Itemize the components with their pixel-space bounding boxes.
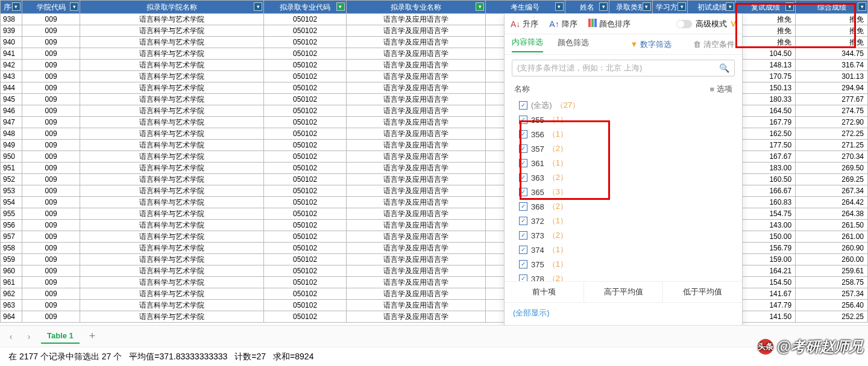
- col-header-retest-score[interactable]: 复试成绩▾: [736, 1, 796, 14]
- cell[interactable]: 269.50: [796, 163, 868, 174]
- cell[interactable]: 009: [22, 151, 80, 163]
- filter-icon[interactable]: ▾: [726, 2, 734, 11]
- cell[interactable]: 952: [1, 174, 22, 185]
- cell[interactable]: 009: [22, 14, 80, 25]
- cell[interactable]: 050102: [264, 82, 347, 94]
- cell[interactable]: 252.25: [796, 311, 868, 323]
- above-avg-button[interactable]: 高于平均值: [584, 282, 664, 302]
- filter-icon[interactable]: ▾: [858, 2, 866, 11]
- cell[interactable]: 语言学及应用语言学: [346, 300, 485, 311]
- cell[interactable]: 009: [22, 185, 80, 197]
- cell[interactable]: 344.75: [796, 48, 868, 60]
- cell[interactable]: 推免: [796, 14, 868, 25]
- cell[interactable]: 语言科学与艺术学院: [80, 220, 264, 231]
- cell[interactable]: 946: [1, 105, 22, 117]
- cell[interactable]: 941: [1, 48, 22, 60]
- cell[interactable]: 949: [1, 140, 22, 151]
- cell[interactable]: 270.34: [796, 151, 868, 163]
- cell[interactable]: 语言学及应用语言学: [346, 265, 485, 277]
- cell[interactable]: 009: [22, 117, 80, 128]
- cell[interactable]: 150.00: [736, 231, 796, 243]
- cell[interactable]: 推免: [796, 37, 868, 48]
- cell[interactable]: 148.13: [736, 60, 796, 71]
- cell[interactable]: 166.67: [736, 185, 796, 197]
- filter-search-input[interactable]: (支持多条件过滤，例如：北京 上海) 🔍: [512, 60, 735, 76]
- cell[interactable]: 语言科学与艺术学院: [80, 163, 264, 174]
- filter-value-item[interactable]: ✓374（1）: [519, 243, 742, 257]
- cell[interactable]: 183.00: [736, 163, 796, 174]
- filter-value-item[interactable]: ✓378（2）: [519, 271, 742, 281]
- cell[interactable]: 语言学及应用语言学: [346, 37, 485, 48]
- cell[interactable]: 264.38: [796, 208, 868, 220]
- filter-icon[interactable]: ▾: [70, 2, 78, 11]
- cell[interactable]: 164.50: [736, 105, 796, 117]
- cell[interactable]: 050102: [264, 277, 347, 288]
- cell[interactable]: 294.94: [796, 82, 868, 94]
- cell[interactable]: 955: [1, 208, 22, 220]
- cell[interactable]: 943: [1, 71, 22, 82]
- cell[interactable]: 104.50: [736, 48, 796, 60]
- cell[interactable]: 009: [22, 311, 80, 323]
- checkbox-icon[interactable]: ✓: [519, 188, 527, 196]
- cell[interactable]: 009: [22, 220, 80, 231]
- cell[interactable]: 推免: [736, 25, 796, 37]
- cell[interactable]: 177.50: [736, 140, 796, 151]
- checkbox-icon[interactable]: ✓: [519, 159, 527, 167]
- cell[interactable]: 050102: [264, 243, 347, 254]
- cell[interactable]: 050102: [264, 151, 347, 163]
- tab-nav-next[interactable]: ›: [23, 332, 35, 341]
- cell[interactable]: 167.79: [736, 117, 796, 128]
- cell[interactable]: 语言科学与艺术学院: [80, 105, 264, 117]
- filter-value-item[interactable]: ✓357（2）: [519, 141, 742, 156]
- cell[interactable]: 009: [22, 94, 80, 105]
- col-header-composite-score[interactable]: 综合成绩▾: [796, 1, 868, 14]
- cell[interactable]: 009: [22, 71, 80, 82]
- filter-value-item[interactable]: ✓372（1）: [519, 214, 742, 228]
- cell[interactable]: 944: [1, 82, 22, 94]
- cell[interactable]: 050102: [264, 197, 347, 208]
- filter-value-item[interactable]: ✓375（1）: [519, 257, 742, 271]
- col-header-admission-type[interactable]: 录取类别▾: [609, 1, 652, 14]
- col-header-name[interactable]: 姓名▾: [565, 1, 609, 14]
- cell[interactable]: 959: [1, 254, 22, 265]
- cell[interactable]: 语言学及应用语言学: [346, 105, 485, 117]
- cell[interactable]: 语言科学与艺术学院: [80, 197, 264, 208]
- cell[interactable]: 推免: [796, 25, 868, 37]
- cell[interactable]: 语言学及应用语言学: [346, 60, 485, 71]
- filter-value-item[interactable]: ✓355（1）: [519, 113, 742, 127]
- cell[interactable]: 009: [22, 128, 80, 140]
- col-header-seq[interactable]: 序号▾: [1, 1, 22, 14]
- cell[interactable]: 009: [22, 197, 80, 208]
- filter-icon[interactable]: ▾: [476, 2, 484, 11]
- cell[interactable]: 语言科学与艺术学院: [80, 311, 264, 323]
- cell[interactable]: 143.00: [736, 220, 796, 231]
- advanced-mode-toggle[interactable]: [676, 20, 692, 28]
- cell[interactable]: 170.75: [736, 71, 796, 82]
- cell[interactable]: 语言学及应用语言学: [346, 14, 485, 25]
- cell[interactable]: 语言科学与艺术学院: [80, 25, 264, 37]
- cell[interactable]: 961: [1, 277, 22, 288]
- sheet-tab[interactable]: Table 1: [41, 329, 80, 344]
- cell[interactable]: 语言科学与艺术学院: [80, 151, 264, 163]
- add-sheet-button[interactable]: +: [86, 330, 99, 343]
- cell[interactable]: 语言学及应用语言学: [346, 243, 485, 254]
- cell[interactable]: 050102: [264, 140, 347, 151]
- show-all-link[interactable]: (全部显示): [505, 303, 742, 323]
- cell[interactable]: 推免: [736, 14, 796, 25]
- cell[interactable]: 147.79: [736, 300, 796, 311]
- filter-value-item[interactable]: ✓373（2）: [519, 228, 742, 243]
- cell[interactable]: 语言科学与艺术学院: [80, 140, 264, 151]
- checkbox-icon[interactable]: ✓: [519, 130, 527, 138]
- cell[interactable]: 960: [1, 265, 22, 277]
- cell[interactable]: 050102: [264, 288, 347, 300]
- cell[interactable]: 语言学及应用语言学: [346, 185, 485, 197]
- cell[interactable]: 009: [22, 48, 80, 60]
- cell[interactable]: 141.67: [736, 288, 796, 300]
- cell[interactable]: 语言学及应用语言学: [346, 220, 485, 231]
- cell[interactable]: 264.42: [796, 197, 868, 208]
- cell[interactable]: 050102: [264, 37, 347, 48]
- cell[interactable]: 语言学及应用语言学: [346, 140, 485, 151]
- col-header-candidate-id[interactable]: 考生编号▾: [486, 1, 565, 14]
- cell[interactable]: 语言科学与艺术学院: [80, 174, 264, 185]
- cell[interactable]: 语言科学与艺术学院: [80, 14, 264, 25]
